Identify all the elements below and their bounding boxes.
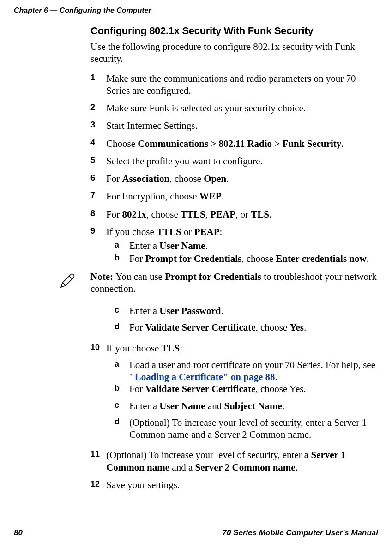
step-text: Save your settings. — [106, 479, 180, 490]
step-number: 5 — [90, 155, 95, 166]
procedure-list: 1 Make sure the communications and radio… — [90, 73, 378, 265]
bold: Server 2 Common name — [195, 462, 295, 473]
bold: WEP — [199, 191, 222, 202]
bold: User Name — [159, 240, 205, 251]
content-area: Configuring 802.1x Security With Funk Se… — [90, 24, 378, 496]
bold: TLS — [251, 209, 269, 220]
manual-title-footer: 70 Series Mobile Computer User's Manual — [222, 528, 378, 538]
step-number: 8 — [90, 208, 95, 219]
procedure-list-continued: cEnter a User Password. dFor Validate Se… — [90, 305, 378, 491]
substep-letter: a — [115, 240, 119, 250]
text: You can use — [115, 271, 165, 282]
section-intro: Use the following procedure to configure… — [90, 41, 378, 65]
step-number: 11 — [90, 449, 100, 459]
substeps: cEnter a User Password. dFor Validate Se… — [106, 305, 378, 334]
step-text: Make sure the communications and radio p… — [106, 73, 356, 96]
bold: User Name — [159, 400, 205, 411]
text: Choose — [106, 138, 138, 149]
bold: Association — [122, 173, 169, 184]
substep-letter: b — [115, 253, 120, 263]
text: For — [129, 253, 145, 264]
step-8: 8 For 8021x, choose TTLS, PEAP, or TLS. — [90, 208, 378, 220]
text: , choose — [256, 322, 290, 333]
bold: TTLS — [157, 226, 181, 237]
step-9: 9 If you chose TTLS or PEAP: aEnter a Us… — [90, 226, 378, 265]
step-number: 12 — [90, 479, 100, 490]
note-label: Note: — [90, 271, 115, 282]
substep-letter: b — [115, 383, 120, 393]
text: and a — [169, 462, 195, 473]
running-header: Chapter 6 — Configuring the Computer — [14, 6, 151, 15]
step-text: Choose Communications > 802.11 Radio > F… — [106, 138, 344, 149]
text: , choose — [241, 253, 276, 264]
substep-letter: d — [115, 417, 120, 427]
step-1: 1 Make sure the communications and radio… — [90, 73, 378, 97]
bold: Enter credentials now — [276, 253, 366, 264]
substep-d: dFor Validate Server Certificate, choose… — [106, 321, 378, 333]
page: Chapter 6 — Configuring the Computer Con… — [0, 0, 392, 544]
bold: Yes — [290, 322, 304, 333]
step-12: 12 Save your settings. — [90, 479, 378, 491]
step-number: 3 — [90, 120, 95, 130]
xref-link[interactable]: "Loading a Certificate" on page 88 — [129, 371, 275, 382]
text: Load a user and root certificate on your… — [129, 359, 375, 370]
step-7: 7 For Encryption, choose WEP. — [90, 190, 378, 202]
step-number: 4 — [90, 138, 95, 148]
step-text: (Optional) To increase your level of sec… — [106, 449, 345, 472]
substep-letter: d — [115, 321, 120, 332]
text: (Optional) To increase your level of sec… — [129, 417, 367, 440]
substep-a: aEnter a User Name. — [106, 240, 378, 252]
substep-c: cEnter a User Name and Subject Name. — [106, 400, 378, 412]
text: , choose — [169, 173, 204, 184]
text: , choose Yes. — [256, 383, 306, 394]
substep-d: d(Optional) To increase your level of se… — [106, 417, 378, 441]
bold: Communications > 802.11 Radio > Funk Sec… — [138, 138, 341, 149]
step-text: For Encryption, choose WEP. — [106, 191, 224, 202]
substep-c: cEnter a User Password. — [106, 305, 378, 317]
bold: PEAP — [210, 209, 235, 220]
text: If you choose — [106, 343, 162, 354]
note-block: Note: You can use Prompt for Credentials… — [72, 271, 378, 295]
bold: PEAP — [194, 226, 220, 237]
text: or — [181, 226, 194, 237]
text: Enter a — [129, 400, 159, 411]
page-number: 80 — [14, 528, 23, 538]
step-5: 5 Select the profile you want to configu… — [90, 155, 378, 167]
text: If you chose — [106, 226, 157, 237]
substep-letter: c — [115, 400, 119, 411]
substep-b: bFor Validate Server Certificate, choose… — [106, 383, 378, 395]
bold: User Password — [159, 305, 221, 316]
step-text: If you chose TTLS or PEAP: — [106, 226, 222, 237]
step-text: If you choose TLS: — [106, 343, 182, 354]
text: Enter a — [129, 240, 159, 251]
bold: Prompt for Credentials — [165, 271, 261, 282]
text: For — [129, 322, 145, 333]
step-6: 6 For Association, choose Open. — [90, 173, 378, 185]
bold: Prompt for Credentials — [145, 253, 241, 264]
step-text: For Association, choose Open. — [106, 173, 229, 184]
section-title: Configuring 802.1x Security With Funk Se… — [90, 25, 378, 37]
bold: Validate Server Certificate — [145, 383, 255, 394]
step-2: 2 Make sure Funk is selected as your sec… — [90, 102, 378, 114]
step-number: 7 — [90, 190, 95, 201]
text: Enter a — [129, 305, 159, 316]
step-number: 9 — [90, 226, 95, 236]
step-4: 4 Choose Communications > 802.11 Radio >… — [90, 138, 378, 150]
step-text: Start Intermec Settings. — [106, 120, 198, 131]
step-3: 3 Start Intermec Settings. — [90, 120, 378, 132]
text: , or — [235, 209, 251, 220]
text: For Encryption, choose — [106, 191, 199, 202]
substeps: aEnter a User Name. bFor Prompt for Cred… — [106, 240, 378, 265]
step-number: 10 — [90, 342, 100, 353]
note-text: Note: You can use Prompt for Credentials… — [90, 271, 377, 294]
step-9-continued: cEnter a User Password. dFor Validate Se… — [90, 305, 378, 334]
bold: Validate Server Certificate — [145, 322, 255, 333]
substep-letter: c — [115, 305, 119, 315]
text: and — [205, 400, 224, 411]
text: , — [205, 209, 211, 220]
bold: Open — [204, 173, 226, 184]
substep-b: bFor Prompt for Credentials, choose Ente… — [106, 253, 378, 265]
pencil-note-icon — [58, 272, 76, 293]
bold: Subject Name — [224, 400, 282, 411]
substep-letter: a — [115, 359, 119, 369]
